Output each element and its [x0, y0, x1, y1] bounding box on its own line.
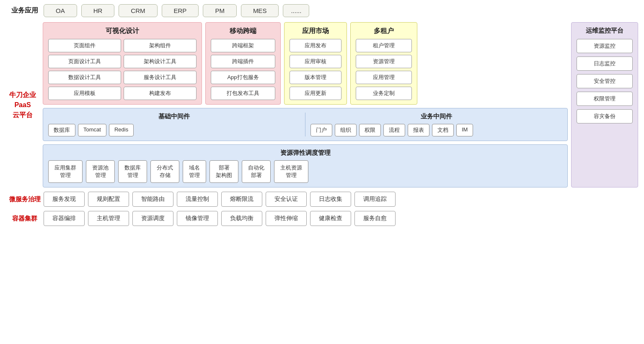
base-middleware-section: 基础中间件 数据库TomcatRedis [48, 113, 300, 136]
app-market-cell: 应用更新 [290, 87, 341, 100]
middle-section: 牛刀企业PaaS云平台 可视化设计 页面组件架构组件页面设计工具架构设计工具数据… [6, 22, 638, 187]
res-tag: 数据库管理 [118, 160, 147, 183]
ops-item: 权限管理 [577, 92, 633, 106]
res-tag: 应用集群管理 [48, 160, 83, 183]
res-tag: 资源池管理 [86, 160, 115, 183]
biz-tag: CRM [119, 4, 157, 17]
ops-panel: 运维监控平台 资源监控日志监控安全管控权限管理容灾备份 [571, 22, 638, 187]
app-market-title: 应用市场 [290, 27, 341, 36]
vis-design-cell: 服务设计工具 [124, 71, 197, 84]
paas-label-line: 牛刀企业 [9, 90, 36, 100]
mobile-cross-grid: 跨端框架跨端插件App打包服务打包发布工具 [211, 39, 275, 100]
vis-design-cell: 页面组件 [48, 39, 121, 52]
vis-design-cell: 架构组件 [124, 39, 197, 52]
resource-row: 资源弹性调度管理 应用集群管理资源池管理数据库管理分布式存储域名管理部署架构图自… [43, 144, 568, 187]
vis-design-block: 可视化设计 页面组件架构组件页面设计工具架构设计工具数据设计工具服务设计工具应用… [43, 22, 202, 105]
micro-service-tag: 流量控制 [177, 192, 218, 207]
res-tags: 应用集群管理资源池管理数据库管理分布式存储域名管理部署架构图自动化部署主机资源管… [48, 160, 562, 183]
biz-mw-title: 业务中间件 [310, 113, 562, 121]
ops-title: 运维监控平台 [586, 27, 623, 35]
multi-tenant-title: 多租户 [356, 27, 412, 36]
micro-service-tag: 规则配置 [88, 192, 129, 207]
main-container: 业务应用 OAHRCRMERPPMMES...... 牛刀企业PaaS云平台 可… [0, 0, 644, 344]
container-cluster-tags: 容器编排主机管理资源调度镜像管理负载均衡弹性伸缩健康检查服务自愈 [44, 211, 638, 226]
mobile-cross-cell: 跨端插件 [211, 55, 275, 68]
biz-tag: MES [241, 4, 279, 17]
biz-tag: ...... [283, 4, 309, 17]
biz-tag: HR [81, 4, 115, 17]
container-cluster-tag: 服务自愈 [354, 211, 396, 226]
micro-service-tag: 服务发现 [44, 192, 85, 207]
ops-item: 安全管控 [577, 74, 633, 88]
container-cluster-tag: 容器编排 [44, 211, 85, 226]
base-mw-tag: Tomcat [78, 124, 106, 136]
biz-mw-tags: 门户组织权限流程报表文档IM [310, 124, 562, 136]
micro-service-row: 微服务治理 服务发现规则配置智能路由流量控制熔断限流安全认证日志收集调用追踪 [6, 192, 638, 207]
app-market-cell: 版本管理 [290, 71, 341, 84]
mobile-cross-cell: App打包服务 [211, 71, 275, 84]
micro-service-tags: 服务发现规则配置智能路由流量控制熔断限流安全认证日志收集调用追踪 [44, 192, 638, 207]
app-market-block: 应用市场 应用发布应用审核版本管理应用更新 [284, 22, 347, 105]
biz-mw-tag: 权限 [359, 124, 381, 136]
mobile-cross-block: 移动跨端 跨端框架跨端插件App打包服务打包发布工具 [205, 22, 281, 105]
micro-service-tag: 熔断限流 [221, 192, 262, 207]
micro-service-tag: 日志收集 [310, 192, 351, 207]
biz-tag: OA [44, 4, 77, 17]
biz-middleware-section: 业务中间件 门户组织权限流程报表文档IM [310, 113, 562, 136]
res-tag: 部署架构图 [209, 160, 238, 183]
base-mw-title: 基础中间件 [48, 113, 300, 121]
container-cluster-tag: 负载均衡 [221, 211, 262, 226]
top-modules: 可视化设计 页面组件架构组件页面设计工具架构设计工具数据设计工具服务设计工具应用… [43, 22, 568, 105]
ops-items: 资源监控日志监控安全管控权限管理容灾备份 [577, 39, 633, 123]
multi-tenant-block: 多租户 租户管理资源管理应用管理业务定制 [350, 22, 417, 105]
base-mw-tags: 数据库TomcatRedis [48, 124, 300, 136]
container-cluster-tag: 健康检查 [310, 211, 351, 226]
biz-mw-tag: IM [456, 124, 473, 136]
res-tag: 主机资源管理 [274, 160, 308, 183]
res-tag: 分布式存储 [150, 160, 179, 183]
ops-item: 日志监控 [577, 56, 633, 71]
biz-tag: ERP [162, 4, 199, 17]
mobile-cross-cell: 打包发布工具 [211, 87, 275, 100]
ops-item: 资源监控 [577, 39, 633, 53]
container-cluster-tag: 主机管理 [88, 211, 129, 226]
multi-tenant-grid: 租户管理资源管理应用管理业务定制 [356, 39, 412, 100]
biz-tag: PM [203, 4, 237, 17]
container-cluster-row: 容器集群 容器编排主机管理资源调度镜像管理负载均衡弹性伸缩健康检查服务自愈 [6, 211, 638, 226]
container-cluster-tag: 弹性伸缩 [266, 211, 307, 226]
micro-service-tag: 调用追踪 [354, 192, 396, 207]
container-cluster-tag: 资源调度 [132, 211, 173, 226]
mw-sections: 基础中间件 数据库TomcatRedis 业务中间件 门户组织权限流程报表文档I… [48, 113, 562, 136]
paas-label-line: 云平台 [13, 110, 33, 120]
vis-design-cell: 数据设计工具 [48, 71, 121, 84]
res-title: 资源弹性调度管理 [48, 149, 562, 157]
vis-design-grid: 页面组件架构组件页面设计工具架构设计工具数据设计工具服务设计工具应用模板构建发布 [48, 39, 197, 100]
res-tag: 域名管理 [183, 160, 206, 183]
biz-row: 业务应用 OAHRCRMERPPMMES...... [6, 4, 638, 17]
biz-label: 业务应用 [6, 6, 44, 15]
paas-label-line: PaaS [14, 100, 31, 110]
biz-mw-tag: 组织 [335, 124, 357, 136]
biz-mw-tag: 门户 [310, 124, 332, 136]
main-content: 可视化设计 页面组件架构组件页面设计工具架构设计工具数据设计工具服务设计工具应用… [43, 22, 568, 187]
app-market-cell: 应用审核 [290, 55, 341, 68]
multi-tenant-cell: 租户管理 [356, 39, 412, 52]
multi-tenant-cell: 应用管理 [356, 71, 412, 84]
container-cluster-tag: 镜像管理 [177, 211, 218, 226]
biz-tag-list: OAHRCRMERPPMMES...... [44, 4, 638, 17]
mobile-cross-cell: 跨端框架 [211, 39, 275, 52]
app-market-cell: 应用发布 [290, 39, 341, 52]
micro-service-label: 微服务治理 [6, 195, 44, 203]
biz-mw-tag: 文档 [432, 124, 454, 136]
ops-item: 容灾备份 [577, 109, 633, 123]
paas-label: 牛刀企业PaaS云平台 [6, 22, 39, 187]
mobile-cross-title: 移动跨端 [211, 27, 275, 36]
base-mw-tag: 数据库 [48, 124, 75, 136]
vis-design-cell: 页面设计工具 [48, 55, 121, 68]
base-mw-tag: Redis [109, 124, 134, 136]
micro-service-tag: 智能路由 [132, 192, 173, 207]
mw-divider [305, 113, 305, 136]
micro-service-tag: 安全认证 [266, 192, 307, 207]
vis-design-cell: 构建发布 [124, 87, 197, 100]
bottom-section: 微服务治理 服务发现规则配置智能路由流量控制熔断限流安全认证日志收集调用追踪 容… [6, 192, 638, 226]
